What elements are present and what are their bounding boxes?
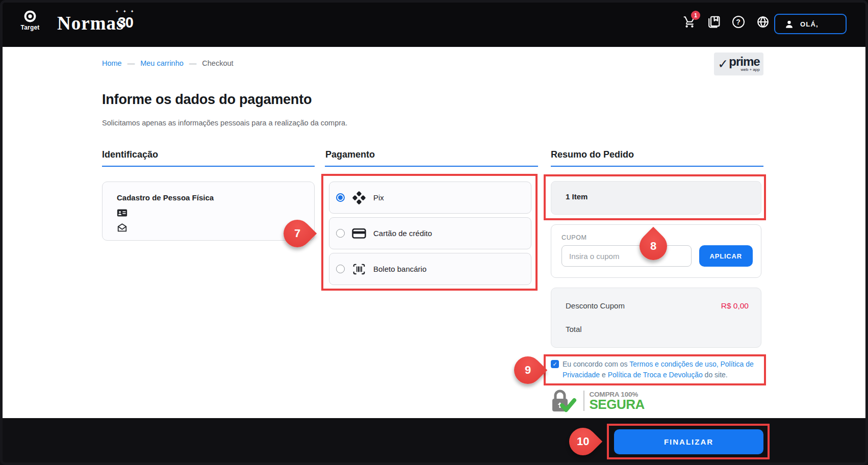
brand-name: Normas [57, 12, 124, 34]
secure-divider [583, 391, 584, 411]
breadcrumb-separator: — [127, 59, 135, 67]
breadcrumb: Home — Meu carrinho — Checkout [102, 59, 234, 67]
discount-value: R$ 0,00 [721, 301, 749, 311]
credit-card-radio[interactable] [336, 229, 345, 238]
breadcrumb-cart[interactable]: Meu carrinho [140, 59, 184, 67]
payment-heading: Pagamento [325, 149, 375, 160]
target-bullseye-icon [23, 10, 37, 23]
terms-checkbox[interactable]: ✓ [551, 360, 559, 368]
credit-card-icon [352, 227, 366, 240]
identification-heading: Identificação [102, 149, 158, 160]
discount-row: Desconto Cupom R$ 0,00 [566, 301, 749, 311]
payment-option-credit-card[interactable]: Cartão de crédito [329, 217, 531, 249]
payment-option-pix[interactable]: Pix [329, 182, 531, 214]
return-policy-link[interactable]: Política de Troca e Devolução [608, 371, 703, 379]
identification-card-title: Cadastro de Pessoa Física [117, 193, 300, 202]
prime-subtitle: web + app [741, 67, 760, 72]
order-items-card: 1 Item [551, 181, 761, 215]
top-navigation-bar: Target Normas ✦ ✦ ✦ 30 1 ? [0, 0, 868, 47]
order-items-count: 1 Item [566, 192, 747, 201]
identification-underline [102, 166, 315, 167]
library-button[interactable] [707, 15, 721, 29]
discount-label: Desconto Cupom [566, 301, 625, 311]
payment-underline [325, 166, 538, 167]
secure-lock-icon [550, 389, 578, 413]
secure-line2: SEGURA [590, 398, 645, 411]
anniversary-30-logo: ✦ ✦ ✦ 30 [115, 9, 136, 31]
greeting-label: OLÁ, [800, 20, 819, 28]
payment-option-boleto[interactable]: Boleto bancário [329, 253, 531, 285]
page-title: Informe os dados do pagamento [102, 92, 312, 108]
target-logo[interactable]: Target [18, 10, 42, 31]
language-button[interactable] [756, 15, 770, 29]
check-icon: ✓ [552, 361, 557, 368]
breadcrumb-home[interactable]: Home [102, 59, 122, 67]
apply-coupon-button[interactable]: APLICAR [699, 245, 753, 267]
help-button[interactable]: ? [731, 15, 745, 29]
pix-icon [352, 191, 366, 205]
prime-check-icon: ✓ [718, 57, 728, 71]
globe-icon [756, 15, 770, 29]
person-icon [784, 19, 794, 29]
coupon-input[interactable] [561, 245, 692, 267]
pix-label: Pix [373, 193, 384, 202]
account-button[interactable]: OLÁ, [774, 14, 847, 34]
prime-title: prime [729, 56, 759, 67]
identification-card: Cadastro de Pessoa Física [102, 182, 315, 241]
prime-badge: ✓ prime web + app [714, 53, 763, 75]
annotation-marker-9: 9 [508, 351, 547, 390]
boleto-label: Boleto bancário [373, 265, 426, 273]
envelope-icon [117, 223, 127, 232]
secure-purchase-badge: COMPRA 100% SEGURA [550, 389, 645, 413]
id-card-icon [117, 208, 127, 218]
book-bookmark-icon [707, 15, 721, 29]
target-logo-label: Target [18, 24, 42, 31]
finalize-button[interactable]: FINALIZAR [614, 429, 763, 454]
breadcrumb-separator: — [189, 59, 197, 67]
summary-underline [551, 166, 763, 167]
stars-icon: ✦ ✦ ✦ [115, 9, 136, 14]
boleto-radio[interactable] [336, 265, 345, 273]
total-label: Total [566, 325, 582, 333]
pix-radio[interactable] [336, 193, 345, 202]
barcode-icon [352, 263, 366, 276]
breadcrumb-checkout: Checkout [202, 59, 233, 67]
totals-card: Desconto Cupom R$ 0,00 Total [551, 288, 761, 348]
summary-heading: Resumo do Pedido [551, 149, 634, 160]
cart-count-badge: 1 [691, 11, 700, 20]
terms-text: Eu concordo com os Termos e condições de… [563, 359, 762, 380]
terms-agreement: ✓ Eu concordo com os Termos e condições … [551, 359, 763, 380]
cart-button[interactable]: 1 [682, 15, 696, 29]
checkout-window: Target Normas ✦ ✦ ✦ 30 1 ? [0, 0, 868, 465]
total-row: Total [566, 325, 749, 333]
help-icon: ? [732, 16, 745, 28]
credit-card-label: Cartão de crédito [373, 229, 432, 238]
page-subtitle: Solicitamos apenas as informações pessoa… [102, 119, 347, 127]
